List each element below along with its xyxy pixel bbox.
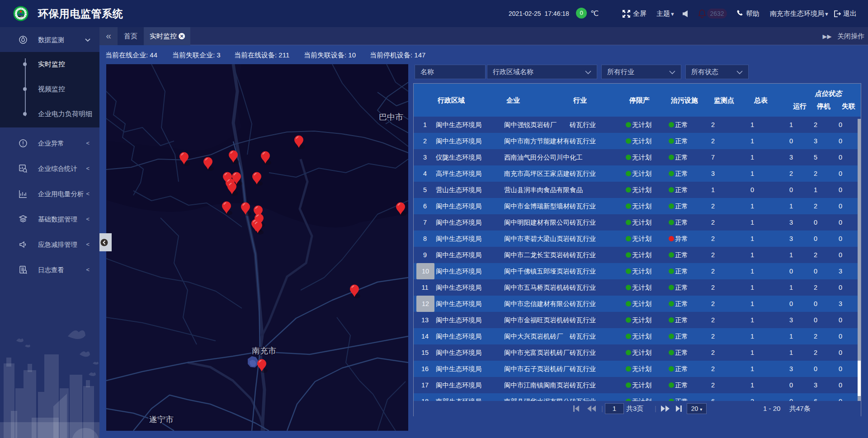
svg-text:巴中市: 巴中市 [379, 113, 403, 122]
svg-text:遂宁市: 遂宁市 [149, 415, 174, 424]
svg-text:南充市: 南充市 [252, 346, 276, 355]
